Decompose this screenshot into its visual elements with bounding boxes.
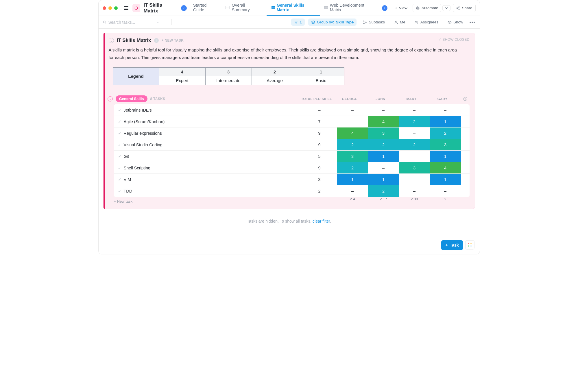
list-icon xyxy=(271,5,275,10)
cell-score[interactable]: – xyxy=(399,185,430,197)
table-row[interactable]: ✓ Jetbrains IDE's ––––– xyxy=(114,104,470,116)
cell-score[interactable]: – xyxy=(430,185,461,197)
cell-score[interactable]: 4 xyxy=(430,162,461,173)
info-icon[interactable]: i xyxy=(154,38,159,43)
cell-score[interactable]: 3 xyxy=(430,139,461,150)
show-closed-toggle[interactable]: ✓ SHOW CLOSED xyxy=(438,38,470,42)
cell-score[interactable]: 2 xyxy=(368,139,399,150)
show-chip[interactable]: Show xyxy=(445,19,466,26)
new-task-fab[interactable]: + Task xyxy=(441,240,463,250)
cell-score[interactable]: – xyxy=(399,104,430,116)
status-check-icon[interactable]: ✓ xyxy=(114,139,124,150)
table-row[interactable]: ✓ Agile (Scrum/Kanban) 7–421 xyxy=(114,116,470,127)
cell-score[interactable]: – xyxy=(368,104,399,116)
cell-score[interactable]: – xyxy=(337,104,368,116)
col-head-george[interactable]: GEORGE xyxy=(334,97,365,101)
cell-score[interactable]: 3 xyxy=(399,162,430,173)
nav-back-icon[interactable]: ‹ xyxy=(181,5,186,11)
menu-icon[interactable] xyxy=(124,6,128,10)
tab-started-guide[interactable]: Started Guide xyxy=(189,0,222,16)
cell-score[interactable]: 2 xyxy=(430,127,461,139)
collapse-toggle-icon[interactable]: ⌄ xyxy=(109,38,114,43)
search-box[interactable]: ⌄ xyxy=(103,20,169,25)
view-button[interactable]: + View xyxy=(392,4,410,12)
cell-score[interactable]: – xyxy=(399,151,430,162)
cell-score[interactable]: – xyxy=(337,116,368,127)
legend-score: 4 xyxy=(159,68,205,76)
group-label[interactable]: General Skills xyxy=(116,95,147,102)
cell-score[interactable]: 1 xyxy=(430,116,461,127)
close-window-icon[interactable] xyxy=(103,6,106,10)
tab-overall-summary[interactable]: Overall Summary xyxy=(221,0,266,16)
svg-line-27 xyxy=(105,23,106,23)
main-content: ⌄ IT Skills Matrix i + NEW TASK ✓ SHOW C… xyxy=(99,29,480,254)
col-head-mary[interactable]: MARY xyxy=(396,97,427,101)
status-check-icon[interactable]: ✓ xyxy=(114,174,124,185)
cell-score[interactable]: 4 xyxy=(368,116,399,127)
table-row[interactable]: ✓ Visual Studio Coding 92223 xyxy=(114,139,470,151)
chevron-down-icon[interactable]: ⌄ xyxy=(156,20,159,24)
skill-name: VIM xyxy=(124,174,302,185)
status-check-icon[interactable]: ✓ xyxy=(114,185,124,197)
search-input[interactable] xyxy=(108,20,155,25)
add-column-button[interactable] xyxy=(461,97,470,101)
status-check-icon[interactable]: ✓ xyxy=(114,127,124,139)
cell-score[interactable]: – xyxy=(399,174,430,185)
svg-point-31 xyxy=(396,21,397,22)
cell-score[interactable]: 3 xyxy=(337,151,368,162)
svg-point-29 xyxy=(363,23,364,23)
svg-point-20 xyxy=(418,6,418,7)
cell-score[interactable]: 3 xyxy=(368,127,399,139)
table-row[interactable]: ✓ Shell Scripting 92–34 xyxy=(114,162,470,174)
nav-forward-icon[interactable]: › xyxy=(382,5,387,11)
cell-score[interactable]: 2 xyxy=(337,162,368,173)
cell-score[interactable]: 2 xyxy=(368,185,399,197)
cell-score[interactable]: – xyxy=(430,104,461,116)
cell-score[interactable]: 2 xyxy=(399,116,430,127)
tab-general-skills-matrix[interactable]: General Skills Matrix xyxy=(267,0,320,16)
clear-filter-link[interactable]: clear filter xyxy=(313,219,330,223)
automate-button[interactable]: Automate xyxy=(413,4,442,12)
cell-score[interactable]: – xyxy=(337,185,368,197)
automate-caret-button[interactable] xyxy=(442,5,450,11)
new-task-row[interactable]: + New task xyxy=(114,199,133,204)
subtasks-chip[interactable]: Subtasks xyxy=(360,19,388,26)
cell-score[interactable]: 1 xyxy=(337,174,368,185)
more-menu-icon[interactable]: ••• xyxy=(470,20,476,25)
cell-score[interactable]: 1 xyxy=(430,151,461,162)
cell-score[interactable]: – xyxy=(399,127,430,139)
maximize-window-icon[interactable] xyxy=(114,6,118,10)
col-head-gary[interactable]: GARY xyxy=(427,97,458,101)
new-task-link[interactable]: + NEW TASK xyxy=(162,38,184,42)
app-logo-icon[interactable] xyxy=(132,4,140,12)
cell-score[interactable]: 2 xyxy=(337,139,368,150)
table-row[interactable]: ✓ TDD 2–2–– xyxy=(114,185,470,197)
tab-web-development-matrix[interactable]: Web Development Matrix xyxy=(320,0,378,16)
status-check-icon[interactable]: ✓ xyxy=(114,151,124,162)
status-check-icon[interactable]: ✓ xyxy=(114,162,124,173)
cell-score[interactable]: 1 xyxy=(368,174,399,185)
table-row[interactable]: ✓ Regular expressions 943–2 xyxy=(114,127,470,139)
table-row[interactable]: ✓ VIM 311–1 xyxy=(114,174,470,185)
tab-label: General Skills Matrix xyxy=(277,3,316,12)
apps-fab[interactable] xyxy=(465,240,474,249)
cell-score[interactable]: 2 xyxy=(399,139,430,150)
filter-chip[interactable]: 1 xyxy=(291,19,305,26)
share-button[interactable]: Share xyxy=(453,4,475,12)
group-by-chip[interactable]: Group by: Skill Type xyxy=(308,19,357,26)
status-check-icon[interactable]: ✓ xyxy=(114,104,124,116)
table-row[interactable]: ✓ Git 531–1 xyxy=(114,151,470,162)
status-check-icon[interactable]: ✓ xyxy=(114,116,124,127)
minimize-window-icon[interactable] xyxy=(108,6,112,10)
assignees-chip[interactable]: Assignees xyxy=(412,19,441,26)
cell-score[interactable]: 1 xyxy=(368,151,399,162)
me-chip[interactable]: Me xyxy=(391,19,408,26)
cell-score[interactable]: 1 xyxy=(430,174,461,185)
group-collapse-icon[interactable]: ⌄ xyxy=(108,96,113,101)
col-head-total[interactable]: TOTAL PER SKILL xyxy=(299,97,334,101)
skill-name: Agile (Scrum/Kanban) xyxy=(124,116,302,127)
cell-score[interactable]: 4 xyxy=(337,127,368,139)
col-head-john[interactable]: JOHN xyxy=(365,97,396,101)
cell-score[interactable]: – xyxy=(368,162,399,173)
list-icon xyxy=(324,5,328,10)
